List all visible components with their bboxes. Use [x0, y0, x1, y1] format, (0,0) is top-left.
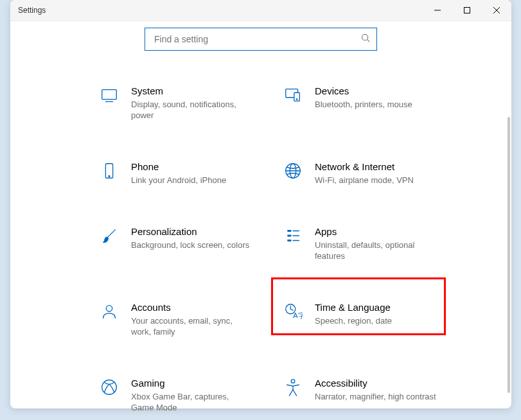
category-desc: Display, sound, notifications, power — [131, 99, 253, 121]
category-accounts[interactable]: Accounts Your accounts, email, sync, wor… — [99, 299, 276, 340]
search-box[interactable] — [145, 28, 377, 51]
category-title: Accessibility — [315, 377, 436, 390]
minimize-button[interactable] — [423, 0, 452, 21]
category-phone[interactable]: Phone Link your Android, iPhone — [99, 158, 276, 188]
xbox-icon — [99, 377, 119, 398]
svg-rect-6 — [102, 90, 117, 100]
category-title: System — [131, 85, 253, 98]
settings-window: Settings — [10, 0, 511, 408]
phone-icon — [99, 161, 119, 181]
category-personalization[interactable]: Personalization Background, lock screen,… — [99, 223, 276, 264]
time-language-icon: A字 — [283, 301, 303, 322]
svg-line-25 — [290, 309, 293, 310]
category-title: Time & Language — [315, 301, 392, 314]
titlebar: Settings — [10, 0, 511, 21]
category-title: Gaming — [131, 377, 253, 390]
accessibility-icon — [283, 377, 303, 398]
globe-icon — [283, 161, 303, 181]
category-title: Personalization — [131, 225, 249, 238]
category-gaming[interactable]: Gaming Xbox Game Bar, captures, Game Mod… — [99, 374, 276, 416]
category-desc: Narrator, magnifier, high contrast — [315, 391, 436, 402]
search-input[interactable] — [153, 33, 369, 45]
category-title: Phone — [131, 161, 226, 173]
category-apps[interactable]: Apps Uninstall, defaults, optional featu… — [283, 223, 460, 264]
maximize-button[interactable] — [452, 0, 482, 21]
category-desc: Xbox Game Bar, captures, Game Mode — [131, 391, 253, 413]
window-title: Settings — [18, 6, 46, 15]
svg-line-5 — [367, 40, 370, 42]
apps-icon — [283, 225, 303, 246]
svg-line-30 — [289, 390, 293, 396]
svg-point-22 — [106, 306, 112, 311]
category-network[interactable]: Network & Internet Wi-Fi, airplane mode,… — [283, 158, 460, 188]
close-icon — [493, 7, 500, 13]
category-grid: System Display, sound, notifications, po… — [99, 82, 460, 416]
category-system[interactable]: System Display, sound, notifications, po… — [99, 82, 276, 123]
category-desc: Link your Android, iPhone — [131, 175, 226, 186]
category-accessibility[interactable]: Accessibility Narrator, magnifier, high … — [283, 374, 460, 416]
svg-point-12 — [109, 176, 110, 177]
window-controls — [423, 0, 511, 21]
devices-icon — [283, 85, 303, 105]
category-desc: Uninstall, defaults, optional features — [315, 240, 437, 261]
category-title: Apps — [315, 225, 437, 238]
category-desc: Background, lock screen, colors — [131, 240, 249, 250]
category-desc: Wi-Fi, airplane mode, VPN — [315, 175, 414, 186]
svg-text:A字: A字 — [293, 311, 303, 319]
scrollbar[interactable] — [508, 117, 510, 393]
svg-line-31 — [293, 390, 297, 396]
svg-rect-1 — [464, 8, 470, 13]
category-time-language[interactable]: A字 Time & Language Speech, region, date — [283, 299, 460, 340]
category-desc: Speech, region, date — [315, 315, 392, 326]
search-icon — [361, 33, 370, 45]
category-desc: Bluetooth, printers, mouse — [315, 99, 412, 110]
category-devices[interactable]: Devices Bluetooth, printers, mouse — [283, 82, 460, 123]
category-desc: Your accounts, email, sync, work, family — [131, 315, 253, 337]
minimize-icon — [434, 7, 441, 13]
category-title: Accounts — [131, 301, 253, 314]
category-title: Devices — [315, 85, 412, 98]
person-icon — [99, 301, 119, 322]
paintbrush-icon — [99, 225, 119, 246]
close-button[interactable] — [482, 0, 511, 21]
category-title: Network & Internet — [315, 161, 414, 173]
svg-point-4 — [362, 35, 368, 40]
system-icon — [99, 85, 119, 105]
svg-point-28 — [291, 380, 295, 383]
search-container — [10, 21, 511, 51]
svg-point-10 — [296, 99, 297, 100]
maximize-icon — [464, 7, 470, 13]
